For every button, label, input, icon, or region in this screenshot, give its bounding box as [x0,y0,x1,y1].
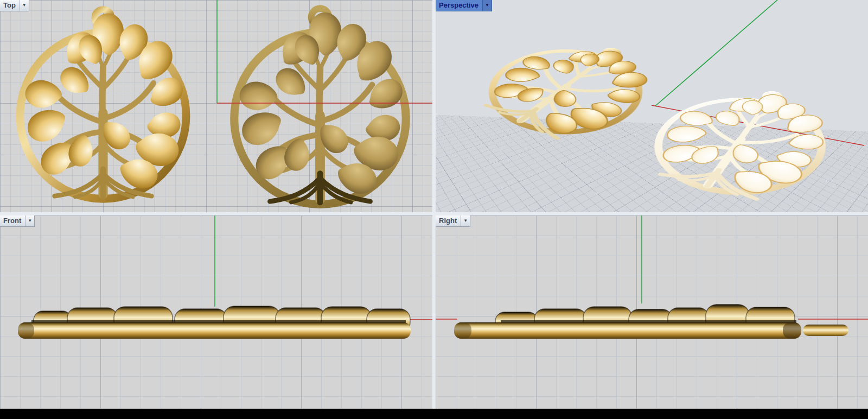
bottom-bar [0,409,868,419]
viewport-title: Right [436,217,461,225]
chevron-down-icon[interactable]: ▼ [20,0,29,11]
viewport-tab-right[interactable]: Right ▼ [436,215,470,227]
viewport-title: Front [0,217,25,225]
chevron-down-icon[interactable]: ▼ [482,0,492,11]
chevron-down-icon[interactable]: ▼ [25,215,34,226]
cad-application-window: Top ▼ Perspective ▼ [0,0,868,419]
pendant-front-side-view[interactable] [0,215,432,409]
viewport-title: Top [0,1,20,10]
viewport-title: Perspective [436,1,482,10]
pendant-right-side-view[interactable] [436,215,868,409]
viewport-tab-top[interactable]: Top ▼ [0,0,29,11]
viewport-right[interactable]: Right ▼ [436,215,868,409]
pendant-tree-of-life-rendered[interactable] [10,3,196,212]
pendant-bail-side [803,325,848,336]
viewport-top[interactable]: Top ▼ [0,0,432,212]
viewport-tab-perspective[interactable]: Perspective ▼ [436,0,492,11]
pendant-tree-of-life-flat[interactable] [224,2,417,212]
viewport-tab-front[interactable]: Front ▼ [0,215,35,227]
chevron-down-icon[interactable]: ▼ [461,215,470,226]
viewport-perspective[interactable]: Perspective ▼ [436,0,868,212]
viewport-front[interactable]: Front ▼ [0,215,432,409]
